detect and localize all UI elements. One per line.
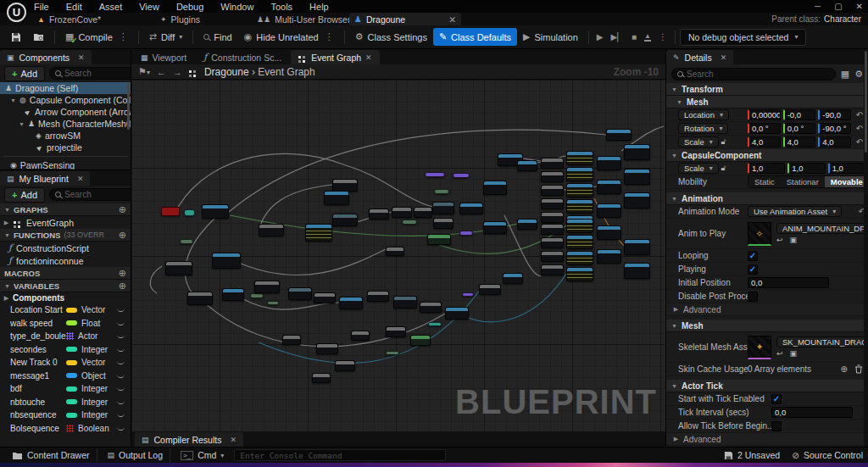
variables-category-components[interactable]: ▶ Components — [0, 292, 131, 303]
graph-node[interactable] — [597, 156, 621, 170]
graph-node[interactable] — [386, 351, 399, 355]
graph-node[interactable] — [250, 293, 264, 298]
graph-node[interactable] — [541, 185, 564, 196]
minimize-button[interactable]: ─ — [815, 2, 821, 11]
graph-node[interactable] — [434, 189, 449, 194]
variables-section-header[interactable]: ▼ VARIABLES ⊕ — [0, 280, 131, 292]
my-blueprint-search[interactable] — [49, 188, 131, 201]
variable-expand-icon[interactable] — [117, 347, 125, 352]
my-blueprint-tab[interactable]: ▤ My Blueprint ✕ — [0, 171, 90, 186]
graph-node[interactable] — [324, 191, 349, 205]
play-options-icon[interactable]: ⋮ — [659, 32, 667, 42]
graph-node[interactable] — [453, 173, 470, 178]
graph-node[interactable] — [316, 343, 338, 354]
scale-dropdown[interactable]: Scale▾ — [678, 136, 719, 147]
playing-checkbox[interactable]: ✓ — [748, 264, 758, 275]
tree-item-mesh[interactable]: ▼ ♟ Mesh (CharacterMesh0) Edi — [0, 118, 131, 130]
graph-node[interactable] — [566, 199, 593, 214]
menu-item-view[interactable]: View — [139, 2, 159, 12]
variable-expand-icon[interactable] — [117, 400, 125, 404]
section-capsule[interactable]: ▼CapsuleComponent — [666, 149, 868, 162]
source-control-button[interactable]: ⊘ Source Control — [792, 450, 863, 460]
content-drawer-button[interactable]: Content Drawer — [5, 448, 97, 462]
menu-item-edit[interactable]: Edit — [66, 2, 82, 12]
close-tab-icon[interactable]: ✕ — [365, 53, 372, 62]
lock-icon[interactable]: 🔓︎ — [721, 137, 726, 147]
components-search[interactable] — [49, 67, 131, 80]
event-graph-canvas[interactable]: BLUEPRINT — [131, 80, 665, 431]
add-component-button[interactable]: + Add — [4, 66, 45, 81]
anim-thumbnail[interactable]: ⟡ — [748, 222, 771, 246]
console-command[interactable] — [234, 449, 446, 461]
add-variable-icon[interactable]: ⊕ — [119, 281, 126, 292]
variable-expand-icon[interactable] — [117, 334, 125, 338]
graph-node[interactable] — [624, 192, 650, 208]
details-search[interactable] — [671, 68, 836, 81]
graph-node[interactable] — [212, 253, 241, 269]
scale-x-field[interactable]: 4,0 — [748, 136, 781, 147]
compiler-results-tab[interactable]: ▤ Compiler Results ✕ — [135, 432, 243, 447]
rotation-dropdown[interactable]: Rotation▾ — [678, 123, 728, 134]
tab-plugins[interactable]: ✦ Plugins — [155, 13, 205, 25]
section-mesh[interactable]: ▼Mesh — [666, 96, 868, 108]
graph-node[interactable] — [483, 221, 507, 234]
close-panel-icon[interactable]: ✕ — [77, 175, 84, 183]
scale-y-field[interactable]: 4,0 — [783, 136, 816, 147]
find-button[interactable]: Find — [198, 29, 237, 46]
tree-item-self[interactable]: ♟ Dragoune (Self) — [0, 82, 131, 94]
class-settings-button[interactable]: ⚙ Class Settings — [349, 28, 433, 46]
graph-node[interactable] — [367, 291, 389, 302]
compile-options-icon[interactable]: ⋮ — [119, 31, 128, 42]
add-blueprint-item-button[interactable]: + Add — [4, 187, 45, 203]
breadcrumb[interactable]: Dragoune › Event Graph — [204, 66, 315, 78]
frame-skip-icon[interactable]: ▶▏ — [611, 32, 624, 42]
graph-node[interactable] — [445, 307, 469, 320]
graphs-section-header[interactable]: ▼ GRAPHS ⊕ — [0, 203, 131, 216]
graph-node[interactable] — [288, 287, 312, 300]
graph-node[interactable] — [428, 322, 442, 326]
menu-item-window[interactable]: Window — [220, 2, 253, 12]
graph-node[interactable] — [332, 179, 358, 192]
section-actor-tick[interactable]: ▼Actor Tick — [666, 380, 868, 392]
graph-node[interactable] — [597, 249, 621, 264]
graph-node[interactable] — [351, 331, 370, 341]
tab-construction-script[interactable]: ƒ Construction Sc... — [196, 50, 289, 64]
variable-row[interactable]: BolsequenceBoolean — [0, 422, 131, 436]
tree-item-arrowsm[interactable]: ◈ arrowSM — [0, 130, 131, 142]
tick-advanced-row[interactable]: ▶Advanced — [666, 433, 868, 446]
cmd-dropdown[interactable]: >_ Cmd▾ — [174, 448, 231, 462]
graph-node[interactable] — [339, 297, 363, 309]
tick-enabled-checkbox[interactable]: ✓ — [771, 394, 782, 404]
play-icon[interactable]: ▶ — [597, 32, 604, 42]
chevron-down-icon[interactable]: ▼ — [10, 97, 16, 103]
scrollbar[interactable] — [864, 49, 868, 447]
forward-icon[interactable]: → — [173, 67, 182, 77]
variable-row[interactable]: walk speedFloat — [0, 317, 131, 331]
graph-node[interactable] — [541, 237, 564, 248]
hide-unrelated-options-icon[interactable]: ⋮ — [325, 31, 334, 42]
function-item[interactable]: ƒ fonctioninconnue — [0, 254, 131, 267]
scrollbar[interactable] — [127, 83, 130, 130]
compile-button[interactable]: ▦✓ Compile⋮ — [59, 28, 134, 46]
variable-expand-icon[interactable] — [117, 426, 125, 431]
graph-node[interactable] — [335, 360, 355, 371]
add-graph-icon[interactable]: ⊕ — [119, 204, 126, 215]
anim-asset-dropdown[interactable]: ANIM_MOUNTAIN_DF▾ — [776, 223, 868, 234]
event-graph-item[interactable]: ▶ EventGraph — [0, 216, 131, 229]
close-tab-icon[interactable]: ✕ — [230, 436, 236, 444]
graph-node[interactable] — [462, 292, 474, 297]
details-search-input[interactable] — [687, 69, 830, 79]
graph-node[interactable] — [624, 169, 650, 185]
graph-node[interactable] — [459, 203, 483, 214]
variable-expand-icon[interactable] — [117, 360, 125, 364]
graph-node[interactable] — [541, 251, 564, 262]
graph-node[interactable] — [282, 335, 301, 345]
graph-node[interactable] — [254, 281, 280, 293]
tree-item-capsule[interactable]: ▼ ◍ Capsule Component (Collision — [0, 94, 131, 106]
variable-expand-icon[interactable] — [117, 386, 125, 391]
graph-node[interactable] — [386, 326, 406, 337]
graph-node[interactable] — [541, 264, 564, 275]
graph-node[interactable] — [433, 218, 453, 229]
graph-node[interactable] — [624, 263, 650, 279]
graph-node[interactable] — [161, 207, 180, 216]
